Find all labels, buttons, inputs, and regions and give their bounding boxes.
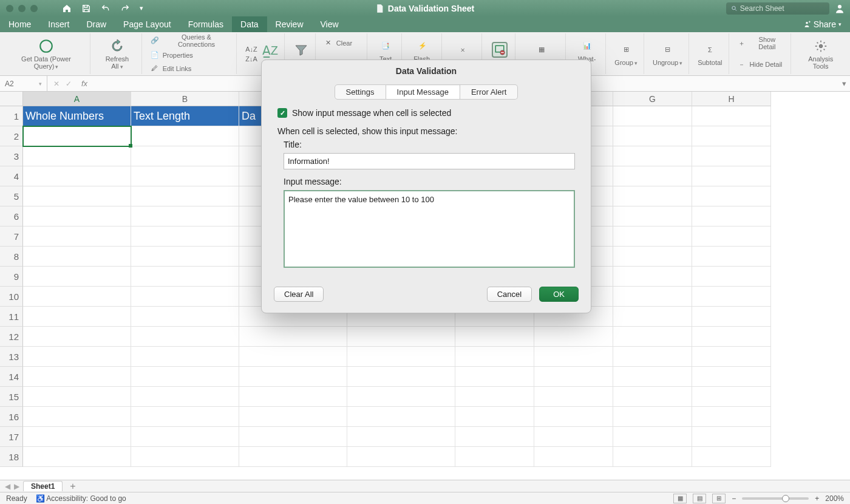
- cell[interactable]: [23, 186, 131, 206]
- cell[interactable]: [347, 367, 455, 387]
- minimize-window-icon[interactable]: [18, 5, 25, 12]
- zoom-slider[interactable]: [742, 497, 809, 500]
- cell[interactable]: [613, 186, 692, 206]
- cell[interactable]: [613, 427, 692, 447]
- cell[interactable]: [455, 387, 534, 407]
- cell[interactable]: [534, 327, 613, 347]
- cell[interactable]: Whole Numbers: [23, 106, 131, 126]
- cell[interactable]: [692, 407, 771, 427]
- cell[interactable]: [613, 327, 692, 347]
- cell[interactable]: [692, 226, 771, 247]
- row-header[interactable]: 9: [0, 267, 23, 287]
- cell[interactable]: [131, 387, 239, 407]
- cell[interactable]: [23, 387, 131, 407]
- cell[interactable]: [613, 307, 692, 327]
- page-break-view-icon[interactable]: ⊞: [712, 494, 726, 503]
- cell[interactable]: [613, 367, 692, 387]
- cell[interactable]: [455, 347, 534, 367]
- cell[interactable]: [613, 226, 692, 247]
- cell[interactable]: [131, 186, 239, 206]
- cell[interactable]: [23, 146, 131, 166]
- cell[interactable]: [239, 407, 347, 427]
- row-header[interactable]: 15: [0, 387, 23, 407]
- tab-insert[interactable]: Insert: [39, 16, 78, 32]
- cell[interactable]: [455, 367, 534, 387]
- cell[interactable]: [347, 387, 455, 407]
- cell[interactable]: [692, 247, 771, 267]
- cell[interactable]: [23, 166, 131, 186]
- cell[interactable]: [613, 267, 692, 287]
- cell[interactable]: [239, 447, 347, 467]
- sort-az-buttons[interactable]: A↓Z Z↓A: [245, 46, 257, 63]
- tab-review[interactable]: Review: [267, 16, 312, 32]
- cell[interactable]: [692, 427, 771, 447]
- cell[interactable]: [131, 146, 239, 166]
- expand-formula-bar-icon[interactable]: ▾: [838, 79, 850, 88]
- cell[interactable]: [613, 126, 692, 146]
- cell[interactable]: [692, 106, 771, 126]
- row-header[interactable]: 2: [0, 126, 23, 146]
- name-box[interactable]: A2 ▾: [0, 76, 47, 91]
- cell[interactable]: [534, 347, 613, 367]
- clear-all-button[interactable]: Clear All: [274, 287, 324, 302]
- fx-label[interactable]: fx: [78, 79, 91, 88]
- cell[interactable]: [692, 186, 771, 206]
- row-header[interactable]: 8: [0, 247, 23, 267]
- row-header[interactable]: 1: [0, 106, 23, 126]
- cell[interactable]: [23, 447, 131, 467]
- share-button[interactable]: Share ▾: [794, 16, 850, 32]
- get-data-button[interactable]: Get Data (Power Query): [2, 33, 90, 74]
- tab-page-layout[interactable]: Page Layout: [115, 16, 180, 32]
- cancel-button[interactable]: Cancel: [487, 287, 532, 302]
- cell[interactable]: [613, 206, 692, 226]
- home-icon[interactable]: [62, 4, 72, 13]
- cell[interactable]: Text Length: [131, 106, 239, 126]
- cell[interactable]: [613, 146, 692, 166]
- row-header[interactable]: 13: [0, 347, 23, 367]
- cell[interactable]: [613, 247, 692, 267]
- cell[interactable]: [131, 407, 239, 427]
- cell[interactable]: [131, 447, 239, 467]
- hide-detail-button[interactable]: －Hide Detail: [738, 55, 783, 74]
- accept-formula-icon[interactable]: ✓: [66, 80, 72, 88]
- group-button[interactable]: ⊞Group: [608, 33, 644, 74]
- cell[interactable]: [23, 327, 131, 347]
- column-header[interactable]: G: [613, 92, 692, 106]
- user-icon[interactable]: [834, 3, 845, 14]
- cell[interactable]: [131, 307, 239, 327]
- properties-button[interactable]: 📄Properties: [151, 50, 193, 61]
- column-header[interactable]: B: [131, 92, 239, 106]
- cell[interactable]: [534, 447, 613, 467]
- select-all-corner[interactable]: [0, 92, 23, 106]
- row-header[interactable]: 12: [0, 327, 23, 347]
- cell[interactable]: [239, 427, 347, 447]
- cell[interactable]: [239, 327, 347, 347]
- cell[interactable]: [131, 166, 239, 186]
- ok-button[interactable]: OK: [539, 287, 579, 302]
- cell[interactable]: [347, 347, 455, 367]
- close-window-icon[interactable]: [6, 5, 13, 12]
- save-icon[interactable]: [81, 4, 91, 13]
- cell[interactable]: [692, 367, 771, 387]
- cell[interactable]: [692, 166, 771, 186]
- cell[interactable]: [23, 247, 131, 267]
- cell[interactable]: [692, 146, 771, 166]
- cell[interactable]: [455, 327, 534, 347]
- dialog-tab-settings[interactable]: Settings: [335, 84, 386, 100]
- cell[interactable]: [23, 226, 131, 247]
- row-header[interactable]: 6: [0, 206, 23, 226]
- queries-connections-button[interactable]: 🔗Queries & Connections: [151, 33, 231, 48]
- cell[interactable]: [613, 106, 692, 126]
- cell[interactable]: [692, 287, 771, 307]
- tab-draw[interactable]: Draw: [78, 16, 115, 32]
- zoom-in-button[interactable]: +: [815, 494, 819, 503]
- cell[interactable]: [23, 126, 131, 146]
- cell[interactable]: [613, 287, 692, 307]
- cell[interactable]: [692, 347, 771, 367]
- cell[interactable]: [613, 387, 692, 407]
- tab-data[interactable]: Data: [232, 16, 267, 32]
- row-header[interactable]: 5: [0, 186, 23, 206]
- cell[interactable]: [23, 287, 131, 307]
- column-header[interactable]: H: [692, 92, 771, 106]
- zoom-level[interactable]: 200%: [825, 494, 844, 503]
